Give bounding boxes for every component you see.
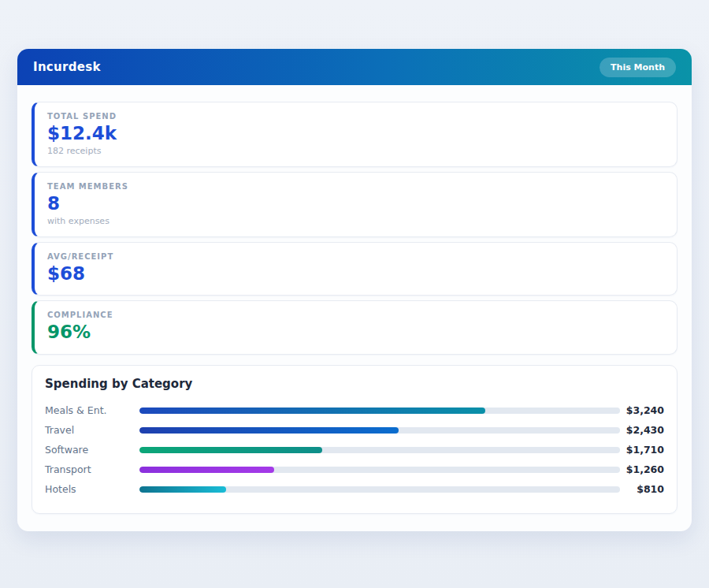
value-label: $3,240 — [620, 404, 664, 416]
bar-fill — [139, 447, 322, 453]
category-label: Travel — [45, 424, 139, 436]
category-label: Hotels — [45, 483, 139, 495]
stat-subtext: with expenses — [47, 216, 664, 226]
chart-row: Meals & Ent.$3,240 — [45, 400, 664, 420]
chart-title: Spending by Category — [45, 377, 664, 391]
stat-label: COMPLIANCE — [47, 311, 664, 319]
stat-value: $12.4k — [47, 122, 664, 145]
app-header: Incurdesk This Month — [17, 49, 692, 85]
bar-track — [139, 486, 620, 493]
value-label: $1,260 — [620, 463, 664, 475]
bar-track — [139, 467, 620, 473]
bar-fill — [139, 486, 226, 493]
bar-fill — [139, 408, 485, 414]
period-badge[interactable]: This Month — [599, 58, 676, 77]
chart-row: Hotels$810 — [45, 479, 664, 499]
value-label: $810 — [620, 483, 664, 495]
category-label: Meals & Ent. — [45, 404, 139, 416]
stat-value: $68 — [47, 262, 664, 285]
stat-value: 8 — [47, 192, 664, 215]
stat-label: TOTAL SPEND — [47, 112, 664, 121]
dashboard-panel: Incurdesk This Month TOTAL SPEND $12.4k … — [17, 49, 692, 531]
stat-label: TEAM MEMBERS — [47, 182, 664, 191]
chart-row: Transport$1,260 — [45, 460, 664, 479]
stat-card-total-spend: TOTAL SPEND $12.4k 182 receipts — [32, 102, 677, 167]
app-title: Incurdesk — [33, 60, 101, 74]
bar-track — [139, 408, 620, 414]
chart-rows: Meals & Ent.$3,240Travel$2,430Software$1… — [45, 400, 664, 499]
bar-fill — [139, 427, 399, 434]
stat-card-team-members: TEAM MEMBERS 8 with expenses — [32, 172, 677, 237]
bar-track — [139, 447, 620, 453]
stat-label: AVG/RECEIPT — [47, 252, 664, 261]
value-label: $1,710 — [620, 444, 664, 456]
chart-row: Travel$2,430 — [45, 420, 664, 440]
stat-card-compliance: COMPLIANCE 96% — [32, 300, 677, 355]
stat-value: 96% — [47, 321, 664, 344]
stat-subtext: 182 receipts — [47, 146, 664, 156]
bar-fill — [139, 467, 274, 473]
category-label: Software — [45, 444, 139, 456]
value-label: $2,430 — [620, 424, 664, 436]
chart-row: Software$1,710 — [45, 440, 664, 460]
spending-chart-card: Spending by Category Meals & Ent.$3,240T… — [32, 365, 677, 514]
category-label: Transport — [45, 463, 139, 475]
bar-track — [139, 427, 620, 434]
stat-card-avg-receipt: AVG/RECEIPT $68 — [32, 242, 677, 296]
dashboard-content: TOTAL SPEND $12.4k 182 receipts TEAM MEM… — [17, 85, 692, 531]
